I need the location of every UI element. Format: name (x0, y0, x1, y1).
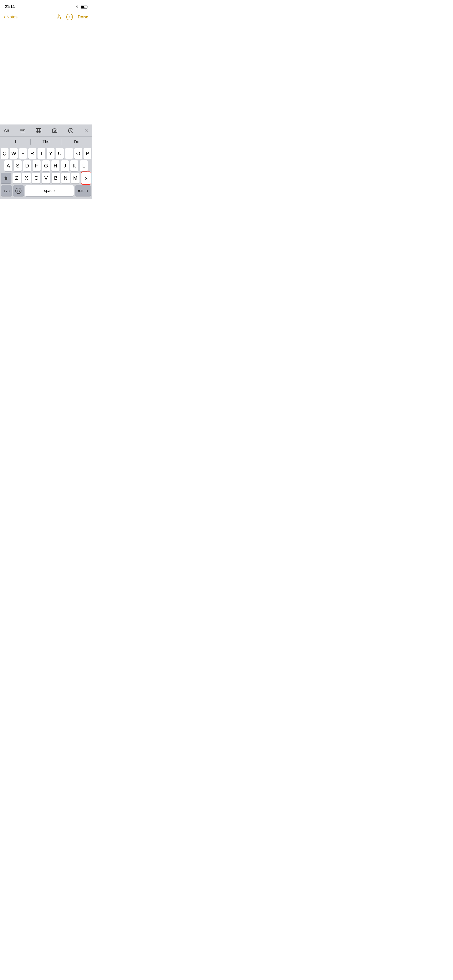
more-dot-2 (69, 16, 70, 18)
return-key[interactable]: return (75, 185, 91, 196)
key-l[interactable]: L (80, 161, 88, 171)
table-icon (35, 127, 41, 134)
done-button[interactable]: Done (78, 14, 88, 19)
key-p[interactable]: P (83, 148, 91, 159)
key-m[interactable]: M (71, 173, 80, 183)
svg-point-2 (21, 129, 21, 130)
key-c[interactable]: C (32, 173, 40, 183)
battery-percent: 51 (82, 5, 85, 8)
back-label: Notes (6, 14, 18, 19)
keyboard-row-4: 123 space return (0, 183, 92, 197)
key-e[interactable]: E (19, 148, 27, 159)
svg-rect-6 (36, 129, 41, 133)
status-icons: ✈ 51 (76, 5, 87, 9)
note-content-area[interactable] (0, 23, 92, 124)
battery-icon: 51 (81, 5, 87, 8)
key-q[interactable]: Q (1, 148, 8, 159)
table-button[interactable] (35, 127, 41, 134)
status-bar: 21:14 ✈ 51 (0, 0, 92, 12)
keyboard-row-2: A S D F G H J K L (0, 159, 92, 171)
key-r[interactable]: R (28, 148, 36, 159)
checklist-icon (19, 127, 26, 134)
more-dot-3 (71, 16, 72, 18)
camera-button[interactable] (52, 127, 58, 134)
key-t[interactable]: T (38, 148, 45, 159)
key-a[interactable]: A (4, 161, 12, 171)
svg-point-16 (16, 188, 21, 194)
aa-icon: Aa (4, 128, 9, 133)
emoji-key[interactable] (13, 185, 24, 196)
key-s[interactable]: S (14, 161, 22, 171)
pen-button[interactable] (68, 127, 74, 134)
key-b[interactable]: B (52, 173, 60, 183)
back-button[interactable]: ‹ Notes (4, 14, 18, 19)
globe-key[interactable] (10, 199, 20, 199)
key-z[interactable]: Z (13, 173, 21, 183)
bottom-icons-row (0, 197, 92, 199)
nav-bar: ‹ Notes Done (0, 12, 92, 23)
key-f[interactable]: F (33, 161, 41, 171)
back-chevron-icon: ‹ (4, 14, 5, 19)
svg-point-13 (70, 130, 71, 131)
more-dot-1 (68, 16, 69, 18)
keyboard-row-3: Z X C V B N M › (0, 171, 92, 183)
svg-point-17 (17, 190, 18, 191)
shift-key[interactable] (1, 173, 11, 183)
key-w[interactable]: W (10, 148, 18, 159)
key-j[interactable]: J (61, 161, 69, 171)
key-u[interactable]: U (56, 148, 64, 159)
mic-key[interactable] (72, 199, 83, 199)
key-h[interactable]: H (51, 161, 59, 171)
autocomplete-item-2[interactable]: The (31, 137, 61, 146)
close-toolbar-button[interactable]: ✕ (84, 127, 88, 134)
text-format-button[interactable]: Aa (4, 128, 9, 133)
key-i[interactable]: I (65, 148, 73, 159)
autocomplete-item-1[interactable]: I (0, 137, 31, 146)
space-key[interactable]: space (25, 185, 73, 196)
numbers-key[interactable]: 123 (2, 185, 12, 196)
key-o[interactable]: O (74, 148, 82, 159)
key-n[interactable]: N (61, 173, 70, 183)
keyboard: I The I'm Q W E R T Y U I O P A S D F G … (0, 136, 92, 199)
battery-container: 51 (81, 5, 87, 8)
svg-point-18 (19, 190, 20, 191)
key-y[interactable]: Y (47, 148, 54, 159)
key-g[interactable]: G (42, 161, 50, 171)
share-button[interactable] (56, 14, 62, 20)
keyboard-row-1: Q W E R T Y U I O P (0, 147, 92, 159)
camera-icon (52, 127, 58, 134)
key-d[interactable]: D (23, 161, 31, 171)
key-v[interactable]: V (42, 173, 50, 183)
autocomplete-bar: I The I'm (0, 136, 92, 147)
more-button[interactable] (66, 14, 73, 20)
key-k[interactable]: K (70, 161, 78, 171)
pen-icon (68, 127, 74, 134)
airplane-icon: ✈ (76, 5, 79, 9)
key-x[interactable]: X (22, 173, 30, 183)
close-icon: ✕ (84, 127, 88, 134)
status-time: 21:14 (5, 5, 14, 9)
formatting-toolbar: Aa ✕ (0, 124, 92, 136)
nav-actions: Done (56, 14, 88, 20)
svg-point-11 (54, 130, 56, 132)
checklist-button[interactable] (19, 127, 26, 134)
autocomplete-item-3[interactable]: I'm (61, 137, 92, 146)
share-icon (56, 14, 62, 20)
chevron-right-key[interactable]: › (81, 172, 91, 185)
